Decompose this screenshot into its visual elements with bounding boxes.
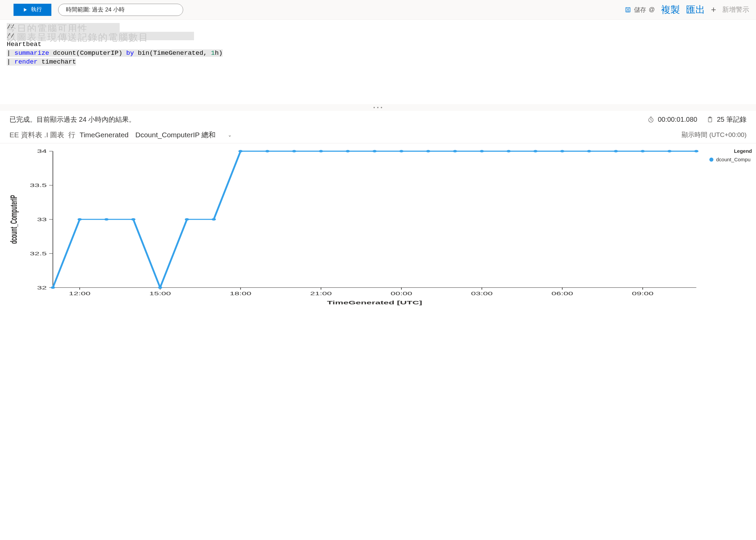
svg-text:32: 32 [37, 285, 47, 290]
svg-text:32.5: 32.5 [30, 251, 47, 256]
svg-point-56 [667, 150, 672, 152]
svg-point-48 [453, 150, 457, 152]
svg-text:dcount_ComputerIP: dcount_ComputerIP [9, 195, 19, 244]
svg-point-44 [346, 150, 350, 152]
query-toolbar: 執行 時間範圍: 過去 24 小時 儲存 @ 複製 匯出 + 新增警示 [0, 0, 756, 20]
svg-point-41 [265, 150, 270, 152]
chart-legend: Legend dcount_Compu [709, 146, 753, 306]
svg-point-49 [480, 150, 484, 152]
svg-point-40 [238, 150, 243, 152]
stopwatch-icon [648, 116, 654, 123]
column-2[interactable]: Dcount_ComputerIP 總和 [136, 130, 216, 140]
svg-point-35 [104, 218, 109, 220]
svg-text:33.5: 33.5 [30, 183, 47, 188]
svg-point-57 [694, 150, 699, 152]
svg-point-52 [560, 150, 564, 152]
svg-text:33: 33 [37, 217, 47, 222]
query-editor[interactable]: // 今日的電腦可用性 // 以圖表呈現傳送記錄的電腦數目 Heartbeat … [0, 20, 756, 104]
results-tabs-row: EE 資料表 .I 圖表 行 TimeGenerated Dcount_Comp… [0, 128, 756, 143]
svg-rect-0 [626, 7, 630, 12]
at-label: @ [649, 6, 655, 13]
status-text: 已完成。目前顯示過去 24 小時內的結果。 [9, 115, 136, 124]
svg-point-42 [292, 150, 296, 152]
legend-item[interactable]: dcount_Compu [709, 157, 752, 162]
add-button[interactable]: + [711, 4, 716, 15]
svg-point-55 [640, 150, 645, 152]
svg-point-37 [158, 286, 162, 289]
new-alert-button[interactable]: 新增警示 [722, 5, 749, 14]
code-line: Heartbeat [7, 40, 749, 49]
svg-point-45 [372, 150, 377, 152]
svg-point-46 [399, 150, 404, 152]
chart-plot[interactable]: 3232.53333.53412:0015:0018:0021:0000:000… [3, 146, 709, 306]
column-1[interactable]: TimeGenerated [79, 131, 128, 139]
svg-text:21:00: 21:00 [310, 291, 332, 296]
results-status-bar: 已完成。目前顯示過去 24 小時內的結果。 00:00:01.080 25 筆記… [0, 111, 756, 128]
elapsed-value: 00:00:01.080 [658, 116, 697, 123]
record-count: 25 筆記錄 [707, 115, 747, 124]
run-button[interactable]: 執行 [14, 4, 51, 16]
save-label: 儲存 [634, 6, 646, 14]
svg-point-53 [587, 150, 591, 152]
svg-text:00:00: 00:00 [391, 291, 412, 296]
elapsed-time: 00:00:01.080 [648, 116, 697, 123]
svg-point-38 [185, 218, 189, 220]
svg-text:12:00: 12:00 [69, 291, 91, 296]
svg-point-33 [51, 286, 55, 289]
chevron-down-icon[interactable]: ⌄ [228, 132, 232, 138]
svg-text:TimeGenerated [UTC]: TimeGenerated [UTC] [327, 300, 422, 305]
svg-point-43 [319, 150, 323, 152]
run-label: 執行 [31, 6, 42, 13]
clipboard-icon [707, 116, 713, 123]
pane-drag-handle[interactable]: • • • [0, 104, 756, 111]
export-button[interactable]: 匯出 [686, 3, 705, 16]
svg-text:18:00: 18:00 [230, 291, 251, 296]
timezone-label[interactable]: 顯示時間 (UTC+00:00) [682, 131, 747, 139]
legend-dot-icon [709, 158, 713, 162]
row-toggle[interactable]: 行 [68, 130, 75, 140]
code-line: // 以圖表呈現傳送記錄的電腦數目 [7, 32, 749, 41]
svg-text:15:00: 15:00 [149, 291, 171, 296]
time-range-text: 時間範圍: 過去 24 小時 [66, 6, 125, 14]
tab-table[interactable]: EE 資料表 [9, 130, 42, 140]
svg-point-36 [131, 218, 136, 220]
svg-text:03:00: 03:00 [471, 291, 493, 296]
code-line: | render timechart [7, 58, 749, 67]
records-value: 25 筆記錄 [717, 115, 747, 124]
svg-point-34 [77, 218, 82, 220]
svg-point-47 [426, 150, 431, 152]
legend-series-label: dcount_Compu [716, 157, 751, 162]
time-range-picker[interactable]: 時間範圍: 過去 24 小時 [58, 4, 183, 16]
code-line: | summarize dcount(ComputerIP) by bin(Ti… [7, 49, 749, 58]
code-line: // 今日的電腦可用性 [7, 23, 749, 32]
svg-rect-1 [627, 10, 629, 11]
save-button[interactable]: 儲存 @ [625, 6, 655, 14]
svg-point-54 [614, 150, 618, 152]
svg-text:34: 34 [37, 148, 47, 154]
svg-text:06:00: 06:00 [552, 291, 573, 296]
copy-button[interactable]: 複製 [661, 3, 680, 16]
save-icon [625, 6, 631, 13]
svg-text:09:00: 09:00 [632, 291, 654, 296]
svg-point-50 [507, 150, 511, 152]
toolbar-right: 儲存 @ 複製 匯出 + 新增警示 [625, 3, 749, 16]
play-icon [23, 7, 28, 12]
svg-point-39 [212, 218, 216, 220]
legend-title: Legend [709, 148, 752, 154]
chart-area: 3232.53333.53412:0015:0018:0021:0000:000… [0, 143, 756, 309]
svg-point-51 [533, 150, 538, 152]
tab-chart[interactable]: .I 圖表 [44, 130, 65, 140]
